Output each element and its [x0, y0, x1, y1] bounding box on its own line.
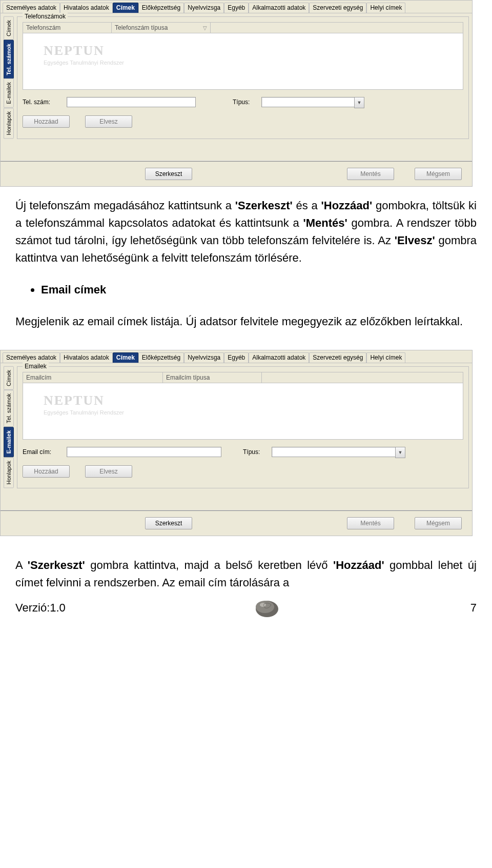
tab-local-addr[interactable]: Helyi címek	[366, 352, 405, 363]
side-tab-telszamok[interactable]: Tel. számok	[4, 40, 14, 79]
col-emailcim-label: Emailcím	[26, 374, 51, 381]
phone-groupbox: Telefonszámok Telefonszám Telefonszám tí…	[17, 16, 469, 139]
tel-szam-label: Tel. szám:	[23, 98, 64, 106]
listview-header: Telefonszám Telefonszám típusa ▽	[23, 23, 463, 33]
neptun-watermark: NEPTUN Egységes Tanulmányi Rendszer	[44, 393, 124, 416]
groupbox-label: Telefonszámok	[23, 13, 68, 20]
side-tab-honlapok[interactable]: Honlapok	[4, 108, 14, 139]
tab-employee[interactable]: Alkalmazotti adatok	[249, 3, 309, 13]
cancel-button[interactable]: Mégsem	[415, 168, 462, 180]
tab-language[interactable]: Nyelvvizsga	[184, 3, 224, 13]
combo-dropdown-button[interactable]: ▼	[395, 447, 405, 458]
side-tab-honlapok[interactable]: Honlapok	[4, 457, 14, 488]
text: és a	[296, 199, 321, 212]
listview-header: Emailcím Emailcím típusa	[23, 372, 463, 383]
col-emailcim-tipus[interactable]: Emailcím típusa	[163, 372, 262, 383]
doc-paragraph-3: A 'Szerkeszt' gombra kattintva, majd a b…	[0, 541, 492, 629]
watermark-subtitle: Egységes Tanulmányi Rendszer	[44, 60, 124, 66]
col-phone[interactable]: Telefonszám	[23, 23, 112, 33]
add-button[interactable]: Hozzáad	[23, 115, 70, 128]
groupbox-label: Emailek	[23, 363, 49, 370]
side-tab-emailek[interactable]: E-mailek	[4, 427, 14, 457]
remove-button[interactable]: Elvesz	[85, 115, 132, 128]
tipus-label: Típus:	[243, 448, 269, 456]
tab-official[interactable]: Hivatalos adatok	[60, 352, 113, 363]
tab-education[interactable]: Előképzettség	[138, 352, 184, 363]
bold-szerkeszt: 'Szerkeszt'	[28, 559, 85, 571]
page-number: 7	[470, 599, 477, 617]
tab-language[interactable]: Nyelvvizsga	[184, 352, 224, 363]
bold-hozzaad: 'Hozzáad'	[321, 199, 373, 212]
top-tab-strip-2: Személyes adatok Hivatalos adatok Címek …	[1, 350, 472, 363]
phone-numbers-panel: Személyes adatok Hivatalos adatok Címek …	[0, 0, 473, 187]
footer-row: Verzió:1.0 7	[15, 597, 477, 624]
side-tab-strip: Címek Tel. számok E-mailek Honlapok	[4, 16, 14, 139]
tab-employee[interactable]: Alkalmazotti adatok	[249, 352, 309, 363]
bold-szerkeszt: 'Szerkeszt'	[235, 199, 293, 212]
add-button[interactable]: Hozzáad	[23, 465, 70, 478]
tel-szam-input[interactable]	[67, 97, 196, 107]
svg-point-1	[256, 601, 274, 613]
watermark-title: NEPTUN	[44, 43, 124, 58]
watermark-subtitle: Egységes Tanulmányi Rendszer	[44, 409, 124, 416]
side-tab-strip-2: Címek Tel. számok E-mailek Honlapok	[4, 366, 14, 488]
side-tab-telszamok[interactable]: Tel. számok	[4, 390, 14, 427]
emails-groupbox: Emailek Emailcím Emailcím típusa NEPTUN …	[17, 366, 469, 488]
col-emailcim-tipus-label: Emailcím típusa	[166, 374, 210, 381]
tab-orgunit[interactable]: Szervezeti egység	[309, 3, 366, 13]
email-tipus-combo[interactable]: ▼	[272, 447, 405, 457]
tab-personal[interactable]: Személyes adatok	[3, 352, 60, 363]
neptun-watermark: NEPTUN Egységes Tanulmányi Rendszer	[44, 43, 124, 66]
cancel-button[interactable]: Mégsem	[415, 517, 462, 529]
tab-local-addr[interactable]: Helyi címek	[366, 3, 405, 13]
bold-elvesz: 'Elvesz'	[395, 234, 435, 247]
pebble-logo-icon	[254, 597, 282, 619]
bullet-email-cimek: Email címek	[41, 281, 477, 299]
tab-personal[interactable]: Személyes adatok	[3, 3, 60, 13]
chevron-down-icon: ▼	[357, 100, 362, 105]
emails-listview[interactable]: Emailcím Emailcím típusa NEPTUN Egységes…	[23, 372, 463, 440]
tipus-label: Típus:	[233, 98, 258, 106]
tab-other[interactable]: Egyéb	[224, 3, 249, 13]
email-cim-label: Email cím:	[23, 448, 64, 456]
phone-listview[interactable]: Telefonszám Telefonszám típusa ▽ NEPTUN …	[23, 22, 463, 90]
tab-addresses[interactable]: Címek	[113, 3, 138, 13]
chevron-down-icon: ▼	[398, 450, 403, 455]
doc-paragraph-1: Új telefonszám megadásához kattintsunk a…	[0, 192, 492, 350]
col-phone-type-label: Telefonszám típusa	[115, 24, 168, 31]
remove-button[interactable]: Elvesz	[85, 465, 132, 478]
bold-mentes: 'Mentés'	[303, 216, 347, 229]
top-tab-strip: Személyes adatok Hivatalos adatok Címek …	[1, 1, 472, 13]
save-button[interactable]: Mentés	[347, 517, 394, 529]
tipus-combo-text[interactable]	[261, 97, 354, 107]
sort-indicator-icon: ▽	[203, 25, 207, 31]
text: Új telefonszám megadásához kattintsunk a	[15, 199, 235, 212]
tab-official[interactable]: Hivatalos adatok	[60, 3, 113, 13]
text: A	[15, 559, 28, 571]
email-tipus-combo-text[interactable]	[272, 447, 395, 457]
save-button[interactable]: Mentés	[347, 168, 394, 180]
doc-paragraph-2: Megjelenik az email címek listája. Új ad…	[15, 313, 477, 330]
email-cim-input[interactable]	[67, 447, 221, 457]
col-phone-type[interactable]: Telefonszám típusa ▽	[112, 23, 211, 33]
tipus-combo[interactable]: ▼	[261, 97, 364, 107]
watermark-title: NEPTUN	[44, 393, 124, 408]
tab-orgunit[interactable]: Szervezeti egység	[309, 352, 366, 363]
col-emailcim[interactable]: Emailcím	[23, 372, 163, 383]
col-phone-label: Telefonszám	[26, 24, 60, 31]
bottom-button-bar-2: Szerkeszt Mentés Mégsem	[1, 510, 472, 536]
combo-dropdown-button[interactable]: ▼	[354, 97, 364, 108]
side-tab-emailek[interactable]: E-mailek	[4, 78, 14, 108]
bottom-button-bar: Szerkeszt Mentés Mégsem	[1, 161, 472, 186]
emails-panel: Személyes adatok Hivatalos adatok Címek …	[0, 350, 473, 536]
version-label: Verzió:1.0	[15, 599, 66, 617]
side-tab-cimek[interactable]: Címek	[4, 366, 14, 390]
bold-hozzaad: 'Hozzáad'	[333, 559, 384, 571]
tab-education[interactable]: Előképzettség	[138, 3, 184, 13]
side-tab-cimek[interactable]: Címek	[4, 16, 14, 40]
text: gombra kattintva, majd a belső keretben …	[90, 559, 333, 571]
tab-addresses[interactable]: Címek	[113, 352, 138, 363]
tab-other[interactable]: Egyéb	[224, 352, 249, 363]
edit-button[interactable]: Szerkeszt	[145, 517, 192, 529]
edit-button[interactable]: Szerkeszt	[145, 168, 192, 180]
